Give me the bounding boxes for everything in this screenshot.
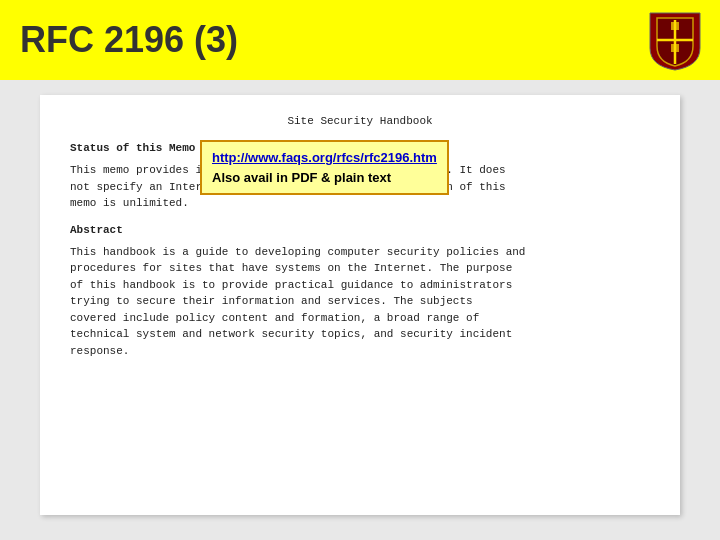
abstract-body: This handbook is a guide to developing c… (70, 244, 650, 360)
document-title: Site Security Handbook (70, 115, 650, 127)
svg-rect-2 (671, 22, 679, 30)
slide: RFC 2196 (3) NORWICH UNIVERSITY (0, 0, 720, 540)
abstract-header: Abstract (70, 224, 650, 236)
content-area: Site Security Handbook Status of this Me… (0, 80, 720, 540)
also-avail-text: Also avail in PDF & plain text (212, 168, 437, 188)
svg-rect-3 (671, 44, 679, 52)
link-url[interactable]: http://www.faqs.org/rfcs/rfc2196.htm (212, 148, 437, 168)
norwich-logo-icon: NORWICH UNIVERSITY (645, 8, 705, 73)
logo-area: NORWICH UNIVERSITY (640, 5, 710, 75)
slide-title: RFC 2196 (3) (20, 19, 238, 61)
link-popup[interactable]: http://www.faqs.org/rfcs/rfc2196.htm Als… (200, 140, 449, 195)
link-url-text[interactable]: http://www.faqs.org/rfcs/rfc2196.htm (212, 150, 437, 165)
header-bar: RFC 2196 (3) NORWICH UNIVERSITY (0, 0, 720, 80)
